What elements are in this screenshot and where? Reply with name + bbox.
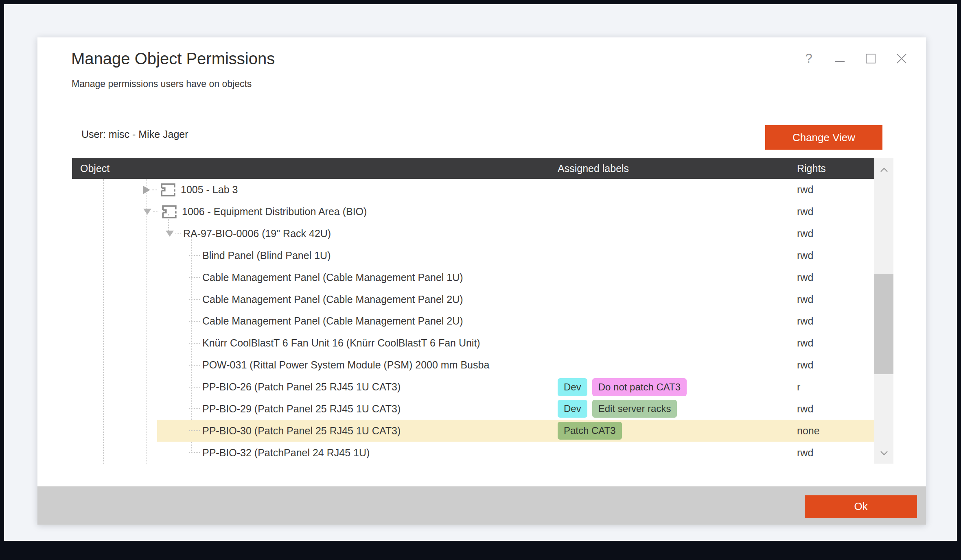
- table-row[interactable]: Blind Panel (Blind Panel 1U) rwd: [72, 245, 874, 267]
- scroll-down-icon[interactable]: [880, 450, 888, 457]
- object-name: Cable Management Panel (Cable Management…: [202, 272, 463, 283]
- object-cell: Cable Management Panel (Cable Management…: [72, 288, 558, 310]
- assigned-labels-cell: [558, 201, 797, 223]
- table-row[interactable]: Cable Management Panel (Cable Management…: [72, 288, 874, 310]
- tree-connector: [189, 255, 200, 256]
- object-name: PP-BIO-29 (Patch Panel 25 RJ45 1U CAT3): [202, 403, 401, 415]
- rights-cell: none: [797, 425, 874, 437]
- table-row[interactable]: 1005 - Lab 3 rwd: [72, 179, 874, 201]
- object-name: PP-BIO-30 (Patch Panel 25 RJ45 1U CAT3): [202, 425, 401, 437]
- object-name: PP-BIO-32 (PatchPanel 24 RJ45 1U): [202, 447, 370, 459]
- rights-cell: rwd: [797, 359, 874, 371]
- object-name: POW-031 (Rittal Power System Module (PSM…: [202, 359, 489, 371]
- object-name: Blind Panel (Blind Panel 1U): [202, 250, 331, 261]
- object-name: RA-97-BIO-0006 (19" Rack 42U): [183, 228, 331, 240]
- page-title: Manage Object Permissions: [71, 50, 275, 68]
- object-cell: PP-BIO-32 (PatchPanel 24 RJ45 1U): [72, 442, 558, 464]
- tree-connector: [189, 430, 200, 431]
- app-background: Manage Object Permissions Manage permiss…: [4, 4, 957, 541]
- assigned-labels-cell: [558, 354, 797, 376]
- table-row[interactable]: PP-BIO-26 (Patch Panel 25 RJ45 1U CAT3) …: [72, 376, 874, 398]
- table-row[interactable]: RA-97-BIO-0006 (19" Rack 42U) rwd: [72, 223, 874, 245]
- table-header: Object Assigned labels Rights: [72, 158, 874, 179]
- assigned-labels-cell: [558, 245, 797, 267]
- tree-connector: [189, 299, 200, 300]
- rights-cell: r: [797, 381, 874, 393]
- help-icon[interactable]: ?: [802, 52, 815, 65]
- tree-connector: [189, 277, 200, 278]
- tree-connector: [189, 321, 200, 322]
- column-header-object[interactable]: Object: [72, 163, 558, 174]
- rights-cell: rwd: [797, 315, 874, 327]
- assigned-labels-cell: [558, 288, 797, 310]
- tree-connector: [189, 408, 200, 409]
- object-cell: Knürr CoolBlastT 6 Fan Unit 16 (Knürr Co…: [72, 332, 558, 354]
- object-name: 1006 - Equipment Distribution Area (BIO): [182, 206, 367, 218]
- object-cell: Cable Management Panel (Cable Management…: [72, 266, 558, 288]
- table-row[interactable]: Cable Management Panel (Cable Management…: [72, 310, 874, 332]
- minimize-icon[interactable]: [833, 52, 846, 65]
- close-icon[interactable]: [895, 52, 908, 65]
- table-row[interactable]: PP-BIO-29 (Patch Panel 25 RJ45 1U CAT3) …: [72, 398, 874, 420]
- manage-permissions-dialog: Manage Object Permissions Manage permiss…: [37, 37, 926, 525]
- tree-connector: [189, 343, 200, 344]
- tree-connector: [152, 190, 157, 190]
- rights-cell: rwd: [797, 272, 874, 283]
- assigned-labels-cell: [558, 223, 797, 245]
- label-chip: Dev: [558, 400, 587, 418]
- rights-cell: rwd: [797, 250, 874, 261]
- assigned-labels-cell: [558, 332, 797, 354]
- assigned-labels-cell: [558, 266, 797, 288]
- label-chip: Do not patch CAT3: [592, 378, 687, 396]
- page-subtitle: Manage permissions users have on objects: [72, 78, 252, 89]
- tree-connector: [153, 211, 158, 212]
- object-name: Cable Management Panel (Cable Management…: [202, 294, 463, 305]
- tree-connector: [189, 452, 200, 453]
- object-cell: Blind Panel (Blind Panel 1U): [72, 245, 558, 267]
- scrollbar-thumb[interactable]: [874, 274, 893, 374]
- column-header-assigned-labels[interactable]: Assigned labels: [558, 163, 797, 174]
- expander-arrow-icon[interactable]: [143, 209, 151, 215]
- assigned-labels-cell: DevEdit server racks: [558, 398, 797, 420]
- rights-cell: rwd: [797, 337, 874, 349]
- object-cell: RA-97-BIO-0006 (19" Rack 42U): [72, 223, 558, 245]
- scroll-up-icon[interactable]: [880, 167, 888, 174]
- ok-button[interactable]: Ok: [805, 495, 917, 518]
- table-body: 1005 - Lab 3 rwd 1006 - Equipment Distri…: [72, 179, 874, 464]
- user-label: User: misc - Mike Jager: [81, 129, 188, 140]
- rights-cell: rwd: [797, 294, 874, 305]
- rights-cell: rwd: [797, 228, 874, 240]
- table-row[interactable]: PP-BIO-30 (Patch Panel 25 RJ45 1U CAT3) …: [72, 420, 874, 442]
- object-name: Knürr CoolBlastT 6 Fan Unit 16 (Knürr Co…: [202, 337, 480, 349]
- object-cell: POW-031 (Rittal Power System Module (PSM…: [72, 354, 558, 376]
- object-name: 1005 - Lab 3: [181, 184, 238, 196]
- vertical-scrollbar[interactable]: [874, 158, 893, 464]
- assigned-labels-cell: [558, 442, 797, 464]
- assigned-labels-cell: [558, 179, 797, 201]
- object-cell: 1006 - Equipment Distribution Area (BIO): [72, 201, 558, 223]
- object-name: PP-BIO-26 (Patch Panel 25 RJ45 1U CAT3): [202, 381, 401, 393]
- tree-connector: [189, 387, 200, 388]
- permissions-table: Object Assigned labels Rights: [72, 158, 893, 464]
- column-header-rights[interactable]: Rights: [797, 163, 874, 174]
- change-view-button[interactable]: Change View: [765, 125, 882, 150]
- expander-arrow-icon[interactable]: [166, 231, 174, 237]
- expander-arrow-icon[interactable]: [143, 186, 150, 194]
- object-cell: Cable Management Panel (Cable Management…: [72, 310, 558, 332]
- object-cell: PP-BIO-30 (Patch Panel 25 RJ45 1U CAT3): [72, 420, 558, 442]
- maximize-icon[interactable]: [864, 52, 877, 65]
- object-cell: PP-BIO-26 (Patch Panel 25 RJ45 1U CAT3): [72, 376, 558, 398]
- rights-cell: rwd: [797, 184, 874, 196]
- table-row[interactable]: 1006 - Equipment Distribution Area (BIO)…: [72, 201, 874, 223]
- table-row[interactable]: PP-BIO-32 (PatchPanel 24 RJ45 1U) rwd: [72, 442, 874, 464]
- label-chip: Dev: [558, 378, 587, 396]
- assigned-labels-cell: DevDo not patch CAT3: [558, 376, 797, 398]
- tree-connector: [189, 365, 200, 366]
- object-name: Cable Management Panel (Cable Management…: [202, 315, 463, 327]
- table-row[interactable]: Cable Management Panel (Cable Management…: [72, 266, 874, 288]
- dialog-footer: Ok: [37, 486, 926, 525]
- table-row[interactable]: Knürr CoolBlastT 6 Fan Unit 16 (Knürr Co…: [72, 332, 874, 354]
- object-cell: PP-BIO-29 (Patch Panel 25 RJ45 1U CAT3): [72, 398, 558, 420]
- table-row[interactable]: POW-031 (Rittal Power System Module (PSM…: [72, 354, 874, 376]
- rights-cell: rwd: [797, 403, 874, 415]
